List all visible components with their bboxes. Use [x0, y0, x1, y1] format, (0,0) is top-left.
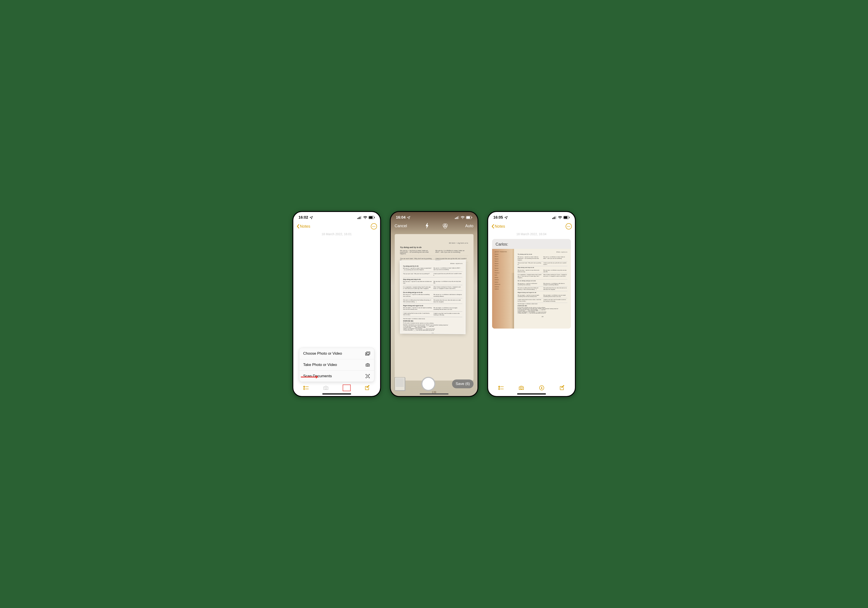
- svg-rect-35: [569, 217, 569, 218]
- svg-rect-3: [361, 216, 361, 219]
- status-bar: 16:05: [488, 212, 575, 222]
- scanner-nav-bar: Cancel Auto: [391, 222, 477, 230]
- svg-rect-0: [358, 218, 358, 219]
- scanner-bottom-bar: Save (6): [391, 372, 477, 396]
- book-right-page: 88 Verb + -ing form or to Try doing and …: [514, 249, 571, 328]
- nav-bar: Notes: [488, 222, 575, 231]
- battery-icon: [466, 216, 472, 219]
- back-button[interactable]: Notes: [491, 224, 505, 229]
- svg-point-15: [304, 388, 305, 390]
- status-bar: 16:02: [293, 212, 380, 222]
- location-icon: [407, 216, 411, 219]
- svg-rect-2: [360, 217, 360, 219]
- left-page-line: Карлос:: [495, 265, 512, 267]
- take-photo-video-item[interactable]: Take Photo or Video: [299, 359, 374, 371]
- back-button[interactable]: Notes: [296, 224, 310, 229]
- svg-rect-5: [369, 217, 373, 218]
- left-page-line: bailar: [495, 274, 512, 276]
- attachment-preview: ДИАЛОГ. ГРАММАТИКАКарина:Карлос:Карина:К…: [492, 249, 571, 328]
- left-page-line: Карлос:: [495, 260, 512, 262]
- home-indicator[interactable]: [517, 393, 546, 395]
- checklist-button[interactable]: [498, 385, 504, 391]
- flash-button[interactable]: [424, 223, 430, 229]
- note-date: 18 March 2022, 16:01: [293, 231, 380, 237]
- home-indicator[interactable]: [420, 393, 448, 395]
- auto-mode-button[interactable]: Auto: [465, 224, 473, 228]
- location-icon: [310, 216, 313, 219]
- screen-notes-result: 16:05 Notes 18 March 2022, 16:04 Carlos:…: [487, 211, 576, 397]
- camera-toolbar-button[interactable]: [322, 385, 329, 391]
- home-indicator[interactable]: [322, 393, 351, 395]
- sheet-label: Take Photo or Video: [303, 363, 337, 367]
- svg-rect-6: [374, 217, 375, 218]
- status-time: 16:04: [396, 215, 406, 220]
- svg-rect-19: [455, 218, 456, 219]
- svg-rect-12: [367, 375, 368, 377]
- left-page-line: bailaba: [495, 282, 512, 283]
- more-button[interactable]: [566, 223, 572, 229]
- nav-bar: Notes: [293, 222, 380, 231]
- left-page-line: Карина:: [495, 258, 512, 260]
- note-date: 18 March 2022, 16:04: [488, 231, 575, 237]
- markup-button[interactable]: [538, 385, 545, 391]
- left-page-line: Карлос:: [495, 256, 512, 258]
- status-bar: 16:04: [391, 212, 477, 222]
- markup-button[interactable]: [343, 385, 351, 391]
- battery-icon: [563, 216, 570, 219]
- scan-thumbnail[interactable]: [395, 377, 405, 390]
- battery-icon: [369, 216, 375, 219]
- left-page-line: Карина:: [495, 254, 512, 255]
- compose-button[interactable]: [559, 385, 566, 391]
- left-page-line: bailabas: [495, 279, 512, 281]
- cellular-icon: [455, 216, 459, 219]
- svg-rect-1: [359, 217, 359, 219]
- photo-library-icon: [365, 351, 370, 356]
- left-page-line: bailabais: [495, 286, 512, 288]
- chevron-left-icon: [491, 224, 494, 229]
- svg-rect-30: [553, 217, 554, 219]
- camera-icon: [365, 362, 370, 367]
- left-page-line: ДИАЛОГ. ГРАММАТИКА: [495, 251, 512, 253]
- annotation-arrow-icon: [301, 375, 318, 379]
- left-page-line: Карина:: [495, 268, 512, 269]
- scanned-document-attachment[interactable]: Carlos: ДИАЛОГ. ГРАММАТИКАКарина:Карлос:…: [492, 239, 571, 328]
- svg-rect-31: [555, 217, 555, 219]
- svg-marker-8: [316, 376, 318, 379]
- svg-point-11: [367, 364, 368, 366]
- svg-rect-34: [564, 217, 567, 218]
- cellular-icon: [358, 216, 362, 219]
- svg-point-17: [325, 387, 327, 389]
- cancel-button[interactable]: Cancel: [395, 224, 407, 228]
- left-page-line: Pretérito I: [495, 272, 512, 274]
- chevron-left-icon: [296, 224, 299, 229]
- left-page-line: Карина:: [495, 263, 512, 265]
- shutter-button[interactable]: [421, 377, 436, 391]
- svg-rect-32: [556, 216, 556, 219]
- more-button[interactable]: [371, 223, 377, 229]
- scan-icon: [365, 374, 370, 379]
- svg-rect-24: [467, 217, 470, 218]
- svg-rect-25: [471, 217, 472, 218]
- left-page-line: bailaba: [495, 277, 512, 278]
- book-left-page: ДИАЛОГ. ГРАММАТИКАКарина:Карлос:Карина:К…: [492, 249, 514, 328]
- svg-point-38: [499, 388, 500, 390]
- left-page-line: bailábamos: [495, 284, 512, 285]
- svg-rect-21: [457, 217, 458, 219]
- svg-rect-29: [552, 218, 553, 219]
- compose-button[interactable]: [364, 385, 370, 391]
- cellular-icon: [552, 216, 557, 219]
- filters-button[interactable]: [442, 223, 448, 229]
- location-icon: [504, 216, 508, 219]
- wifi-icon: [558, 216, 562, 219]
- screen-notes-actionsheet: 16:02 Notes 18 March 2022, 16:01 Choose …: [293, 211, 381, 397]
- status-time: 16:05: [493, 215, 503, 220]
- wifi-icon: [363, 216, 367, 219]
- choose-photo-video-item[interactable]: Choose Photo or Video: [299, 348, 374, 359]
- camera-toolbar-button[interactable]: [518, 385, 525, 391]
- screen-document-scanner: 88 Verb + -ing form or to Try doing and …: [390, 211, 478, 397]
- svg-rect-20: [456, 217, 457, 219]
- svg-rect-22: [458, 216, 459, 219]
- checklist-button[interactable]: [302, 385, 309, 391]
- save-button[interactable]: Save (6): [452, 379, 473, 388]
- status-time: 16:02: [299, 215, 308, 220]
